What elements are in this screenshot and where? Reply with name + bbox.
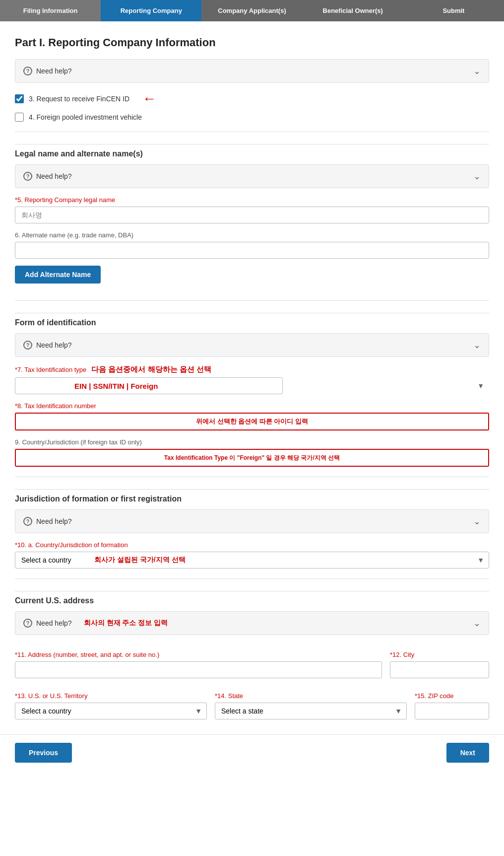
chevron-down-icon-4: ⌄	[473, 516, 481, 527]
help-label-2: Need help?	[36, 172, 72, 180]
main-content: Part I. Reporting Company Information ? …	[0, 21, 504, 719]
field-14-label: *14. State	[215, 692, 407, 700]
tab-beneficial-owners[interactable]: Beneficial Owner(s)	[303, 0, 403, 21]
divider-3	[15, 477, 489, 477]
us-territory-select[interactable]: Select a country United States Puerto Ri…	[15, 703, 207, 719]
tax-identification-number-input[interactable]	[15, 413, 489, 430]
field-9-label: 9. Country/Jurisdiction (if foreign tax …	[15, 438, 489, 446]
help-label-3: Need help?	[36, 341, 72, 349]
tax-identification-type-select[interactable]: Select an ID type EIN SSN/ITIN Foreign	[15, 377, 283, 394]
section-formation: Jurisdiction of formation or first regis…	[15, 489, 489, 503]
checkbox-fincen-label: 3. Request to receive FinCEN ID	[29, 95, 129, 103]
help-panel-4[interactable]: ? Need help? ⌄	[15, 509, 489, 533]
country-jurisdiction-foreign-input[interactable]	[15, 449, 489, 467]
field-15-col: *15. ZIP code	[415, 684, 489, 719]
field-13-label: *13. U.S. or U.S. Territory	[15, 692, 207, 700]
zip-code-input[interactable]	[415, 703, 489, 719]
address-row-2: *13. U.S. or U.S. Territory Select a cou…	[15, 684, 489, 719]
previous-button[interactable]: Previous	[15, 743, 72, 763]
help-panel-5[interactable]: ? Need help? 회사의 현재 주소 정보 입력 ⌄	[15, 611, 489, 635]
tab-company-applicants[interactable]: Company Applicant(s)	[201, 0, 302, 21]
checkbox-row-3: 3. Request to receive FinCEN ID ←	[15, 91, 489, 107]
help-icon-5: ?	[23, 619, 32, 628]
chevron-down-icon-5: ⌄	[473, 618, 481, 629]
address-row-1: *11. Address (number, street, and apt. o…	[15, 643, 489, 678]
alternate-name-input[interactable]	[15, 242, 489, 259]
section-legal-name: Legal name and alternate name(s)	[15, 144, 489, 158]
field-12-col: *12. City	[390, 643, 489, 678]
help-panel-3[interactable]: ? Need help? ⌄	[15, 333, 489, 357]
field-11-label: *11. Address (number, street, and apt. o…	[15, 651, 382, 658]
state-select[interactable]: Select a state California New York Texas	[215, 703, 407, 719]
help-icon-2: ?	[23, 172, 32, 181]
section-identification: Form of identification	[15, 313, 489, 327]
page-title: Part I. Reporting Company Information	[15, 36, 489, 49]
tab-reporting-company[interactable]: Reporting Company	[101, 0, 201, 21]
help-label-4: Need help?	[36, 517, 72, 525]
help-label-1: Need help?	[36, 67, 72, 75]
field-12-label: *12. City	[390, 651, 489, 658]
field-14-select-wrapper: Select a state California New York Texas…	[215, 703, 407, 719]
tab-filing-information[interactable]: Filing Information	[0, 0, 101, 21]
checkbox-row-4: 4. Foreign pooled investment vehicle	[15, 113, 489, 122]
chevron-down-icon-1: ⌄	[473, 66, 481, 76]
help-label-5: Need help?	[36, 619, 72, 627]
footer-navigation: Previous Next	[0, 734, 504, 771]
field-11-col: *11. Address (number, street, and apt. o…	[15, 643, 382, 678]
field-9-wrapper: Tax Identification Type 이 "Foreign" 일 경우…	[15, 449, 489, 467]
tab-submit[interactable]: Submit	[403, 0, 504, 21]
select-arrow-icon-7: ▼	[477, 382, 484, 390]
checkbox-foreign-pooled[interactable]	[15, 113, 24, 122]
field-10-wrapper: Select a country United States Korea Oth…	[15, 552, 489, 569]
field-7-annotation: 다음 옵션중에서 해당하는 옵션 선택	[91, 365, 211, 374]
address-annotation: 회사의 현재 주소 정보 입력	[84, 619, 168, 628]
divider-2	[15, 300, 489, 301]
help-icon-4: ?	[23, 517, 32, 526]
field-5-label: *5. Reporting Company legal name	[15, 196, 489, 204]
field-7-label: *7. Tax Identification type	[15, 366, 86, 373]
checkbox-foreign-label: 4. Foreign pooled investment vehicle	[29, 113, 142, 121]
section-address: Current U.S. address	[15, 591, 489, 605]
field-13-col: *13. U.S. or U.S. Territory Select a cou…	[15, 684, 207, 719]
address-street-input[interactable]	[15, 661, 382, 678]
field-8-label: *8. Tax Identification number	[15, 402, 489, 410]
checkbox-fincen-id[interactable]	[15, 94, 24, 103]
address-city-input[interactable]	[390, 661, 489, 678]
field-14-col: *14. State Select a state California New…	[215, 684, 407, 719]
reporting-company-legal-name[interactable]	[15, 207, 489, 223]
navigation-tabs: Filing Information Reporting Company Com…	[0, 0, 504, 21]
chevron-down-icon-3: ⌄	[473, 340, 481, 351]
field-15-label: *15. ZIP code	[415, 692, 489, 700]
help-panel-2[interactable]: ? Need help? ⌄	[15, 164, 489, 188]
help-panel-1[interactable]: ? Need help? ⌄	[15, 59, 489, 83]
help-icon-1: ?	[23, 67, 32, 75]
field-7-select-wrapper: Select an ID type EIN SSN/ITIN Foreign E…	[15, 377, 489, 394]
help-icon-3: ?	[23, 341, 32, 350]
red-arrow-icon: ←	[142, 91, 156, 107]
field-5-wrapper	[15, 207, 489, 223]
field-6-label: 6. Alternate name (e.g. trade name, DBA)	[15, 231, 489, 239]
divider-4	[15, 578, 489, 579]
field-10-label: *10. a. Country/Jurisdiction of formatio…	[15, 541, 489, 549]
add-alternate-name-button[interactable]: Add Alternate Name	[15, 266, 101, 284]
divider-1	[15, 132, 489, 132]
country-jurisdiction-formation-select[interactable]: Select a country United States Korea Oth…	[15, 552, 489, 569]
field-8-wrapper: 위에서 선택한 옵션에 따른 아이디 입력	[15, 413, 489, 430]
field-13-select-wrapper: Select a country United States Puerto Ri…	[15, 703, 207, 719]
chevron-down-icon-2: ⌄	[473, 171, 481, 182]
next-button[interactable]: Next	[446, 743, 489, 763]
